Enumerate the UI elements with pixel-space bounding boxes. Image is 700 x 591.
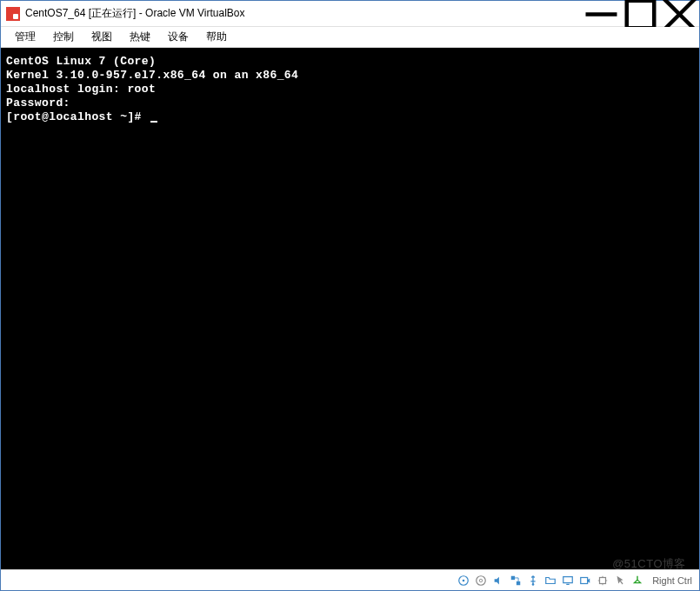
titlebar: CentOS7_64 [正在运行] - Oracle VM VirtualBox: [1, 1, 699, 27]
audio-icon[interactable]: [490, 573, 506, 588]
mouse-integration-icon[interactable]: [612, 573, 628, 588]
svg-rect-8: [511, 575, 515, 579]
terminal-line: localhost login: root: [6, 83, 694, 96]
statusbar: Right Ctrl: [1, 569, 699, 590]
menubar: 管理 控制 视图 热键 设备 帮助: [1, 27, 699, 48]
window-controls: [582, 1, 699, 26]
svg-rect-13: [563, 576, 573, 582]
close-button[interactable]: [660, 1, 699, 27]
display-icon[interactable]: [560, 573, 576, 588]
svg-point-5: [463, 579, 465, 581]
menu-manage[interactable]: 管理: [6, 28, 44, 46]
terminal-line: Kernel 3.10.0-957.el7.x86_64 on an x86_6…: [6, 69, 694, 83]
svg-rect-15: [581, 577, 588, 583]
cursor-icon: [150, 121, 157, 123]
menu-view[interactable]: 视图: [83, 28, 121, 46]
svg-point-7: [479, 579, 483, 582]
vm-window: CentOS7_64 [正在运行] - Oracle VM VirtualBox…: [0, 0, 700, 591]
window-title: CentOS7_64 [正在运行] - Oracle VM VirtualBox: [25, 6, 582, 21]
svg-rect-1: [627, 0, 655, 28]
menu-devices[interactable]: 设备: [159, 28, 197, 46]
hard-disk-icon[interactable]: [456, 573, 471, 588]
network-icon[interactable]: [508, 573, 523, 588]
usb-icon[interactable]: [525, 573, 541, 588]
menu-machine[interactable]: 控制: [44, 28, 83, 46]
terminal-line: CentOS Linux 7 (Core): [6, 55, 694, 69]
svg-point-12: [532, 583, 535, 586]
svg-rect-16: [600, 577, 606, 583]
svg-rect-9: [517, 581, 520, 584]
host-key-label: Right Ctrl: [652, 575, 692, 586]
guest-terminal[interactable]: CentOS Linux 7 (Core)Kernel 3.10.0-957.e…: [1, 48, 699, 569]
maximize-button[interactable]: [621, 1, 660, 27]
terminal-line: Password:: [6, 96, 694, 110]
menu-input[interactable]: 热键: [121, 28, 159, 46]
optical-disk-icon[interactable]: [473, 573, 489, 588]
minimize-button[interactable]: [582, 1, 621, 27]
terminal-prompt: [root@localhost ~]#: [6, 110, 694, 124]
svg-point-6: [477, 575, 486, 585]
virtualbox-icon: [6, 7, 20, 21]
recording-icon[interactable]: [577, 573, 593, 588]
processor-icon[interactable]: [595, 573, 610, 588]
menu-help[interactable]: 帮助: [197, 28, 236, 46]
shared-folders-icon[interactable]: [543, 573, 558, 588]
keyboard-icon[interactable]: [630, 573, 645, 588]
